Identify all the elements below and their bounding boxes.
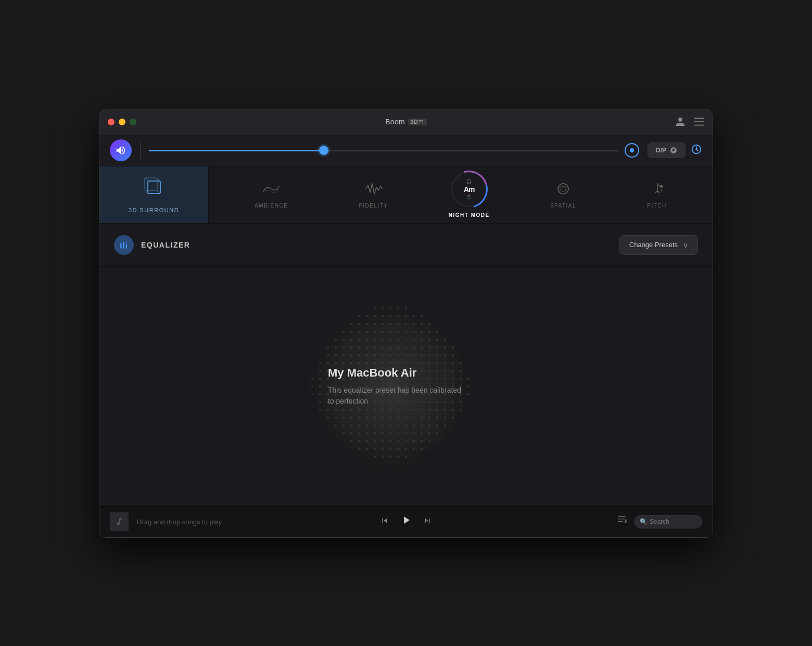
svg-point-236 <box>374 409 376 411</box>
user-icon[interactable] <box>675 117 686 127</box>
main-window: Boom 3D™ O/P <box>99 109 713 538</box>
effect-3d-surround[interactable]: 3D SURROUND <box>99 166 209 223</box>
minimize-button[interactable] <box>119 119 125 125</box>
svg-rect-2 <box>694 125 704 126</box>
svg-point-301 <box>413 440 415 442</box>
svg-point-104 <box>421 354 423 356</box>
menu-icon[interactable] <box>694 118 704 126</box>
svg-point-101 <box>397 354 399 356</box>
svg-point-110 <box>327 362 329 364</box>
svg-point-121 <box>413 362 415 364</box>
refresh-button[interactable] <box>691 144 702 158</box>
prev-button[interactable] <box>380 516 389 528</box>
svg-point-63 <box>358 339 360 341</box>
svg-point-263 <box>444 417 446 419</box>
svg-point-299 <box>397 440 399 442</box>
change-presets-label: Change Presets <box>629 241 678 249</box>
svg-point-271 <box>382 424 384 427</box>
svg-point-108 <box>452 354 454 356</box>
svg-point-266 <box>342 424 345 427</box>
svg-point-84 <box>397 346 399 348</box>
app-badge: 3D™ <box>408 119 427 125</box>
svg-rect-318 <box>618 516 626 517</box>
svg-point-40 <box>382 323 384 325</box>
effect-pitch[interactable]: PITCH <box>637 176 677 214</box>
night-mode-circle: 🎧 Am 📱 <box>451 172 487 207</box>
svg-line-8 <box>157 178 160 181</box>
svg-point-288 <box>405 432 407 434</box>
volume-divider <box>140 142 141 159</box>
volume-right-controls: O/P <box>648 143 702 158</box>
effect-spatial[interactable]: SPATIAL <box>540 176 587 214</box>
power-button[interactable] <box>625 143 639 158</box>
svg-point-249 <box>335 417 337 419</box>
effect-night-mode[interactable]: 🎧 Am 📱 NIGHT MODE <box>449 172 490 218</box>
svg-point-285 <box>382 432 384 434</box>
svg-point-287 <box>397 432 399 434</box>
svg-point-103 <box>413 354 415 356</box>
svg-point-57 <box>421 331 423 333</box>
svg-point-45 <box>421 323 423 325</box>
maximize-button[interactable] <box>130 119 136 125</box>
effect-ambience[interactable]: AMBIENCE <box>244 176 298 214</box>
svg-point-268 <box>358 424 360 427</box>
preset-info: My MacBook Air This equalizer preset has… <box>328 366 463 407</box>
svg-rect-320 <box>618 521 623 522</box>
svg-point-123 <box>428 362 430 364</box>
night-mode-ring <box>443 163 494 214</box>
svg-point-96 <box>358 354 360 356</box>
fidelity-icon <box>365 181 383 199</box>
svg-point-48 <box>350 331 352 333</box>
svg-point-167 <box>467 378 470 380</box>
volume-icon-button[interactable] <box>110 139 132 161</box>
next-button[interactable] <box>423 516 432 528</box>
svg-point-305 <box>366 448 368 450</box>
svg-point-230 <box>327 409 329 411</box>
svg-point-92 <box>327 354 329 356</box>
svg-point-291 <box>428 432 430 434</box>
svg-point-278 <box>436 424 438 427</box>
svg-point-111 <box>335 362 337 364</box>
svg-point-250 <box>342 417 345 419</box>
svg-point-190 <box>319 393 321 395</box>
svg-rect-15 <box>120 243 121 249</box>
svg-point-53 <box>389 331 391 333</box>
svg-point-304 <box>358 448 360 450</box>
svg-point-83 <box>389 346 391 348</box>
svg-point-33 <box>405 315 407 317</box>
effect-fidelity[interactable]: FIDELITY <box>349 176 399 214</box>
svg-point-61 <box>342 339 345 341</box>
svg-point-43 <box>405 323 407 325</box>
output-button[interactable]: O/P <box>648 143 686 158</box>
svg-point-69 <box>405 339 407 341</box>
change-presets-button[interactable]: Change Presets ∨ <box>619 235 698 255</box>
svg-point-169 <box>319 385 321 387</box>
svg-point-115 <box>366 362 368 364</box>
svg-point-256 <box>389 417 391 419</box>
svg-point-296 <box>374 440 376 442</box>
3d-surround-icon <box>143 176 166 203</box>
svg-point-32 <box>397 315 399 317</box>
svg-point-307 <box>382 448 384 450</box>
svg-point-76 <box>335 346 337 348</box>
svg-point-106 <box>436 354 438 356</box>
svg-point-97 <box>366 354 368 356</box>
svg-point-234 <box>358 409 360 411</box>
svg-point-244 <box>436 409 438 411</box>
svg-point-118 <box>389 362 391 364</box>
svg-point-38 <box>366 323 368 325</box>
play-button[interactable] <box>400 514 412 529</box>
svg-point-255 <box>382 417 384 419</box>
svg-point-254 <box>374 417 376 419</box>
svg-point-257 <box>397 417 399 419</box>
svg-point-302 <box>421 440 423 442</box>
svg-point-122 <box>421 362 423 364</box>
close-button[interactable] <box>108 119 115 125</box>
svg-point-36 <box>350 323 352 325</box>
svg-point-125 <box>444 362 446 364</box>
search-icon: 🔍 <box>640 518 648 525</box>
svg-point-252 <box>358 417 360 419</box>
equalizer-icon <box>114 235 134 255</box>
volume-slider[interactable] <box>149 150 618 151</box>
playlist-icon[interactable] <box>618 516 628 528</box>
